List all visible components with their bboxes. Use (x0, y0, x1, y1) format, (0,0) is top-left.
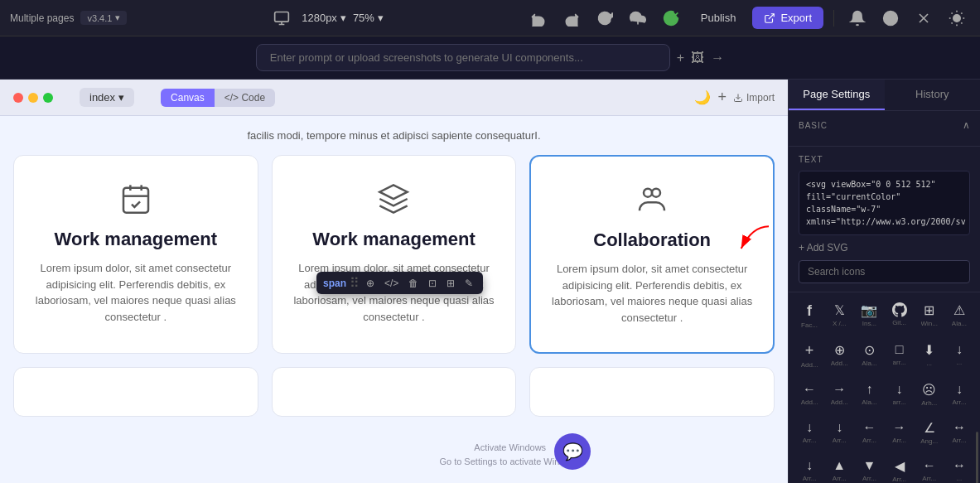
page-selector[interactable]: index ▾ (80, 88, 134, 107)
icon-x[interactable]: 𝕏 X /... (825, 299, 853, 332)
icon-arr-down[interactable]: ↓ ... (945, 339, 973, 372)
icon-arr-down2[interactable]: ↓ arr... (886, 379, 914, 410)
collapse-basic-icon[interactable]: ∧ (963, 119, 970, 131)
play-icon[interactable] (877, 5, 904, 31)
icon-arr-12[interactable]: ◀ Arr... (886, 455, 914, 483)
duplicate-icon[interactable]: ⊡ (425, 276, 440, 291)
check-circle-icon (658, 5, 684, 31)
icon-sad[interactable]: ☹ Arh... (915, 379, 944, 410)
icon-arr-7[interactable]: → Arr... (886, 417, 914, 448)
icon-alert[interactable]: ⚠ Ala... (945, 299, 973, 332)
card-icon-1 (34, 182, 238, 215)
sun-icon[interactable] (944, 5, 970, 31)
delete-icon[interactable]: 🗑 (405, 276, 422, 291)
element-tag: span (323, 278, 346, 289)
svg-code-box[interactable]: <svg viewBox="0 0 512 512" fill="current… (799, 171, 970, 235)
icon-download[interactable]: ⬇ ... (915, 339, 944, 372)
import-button[interactable]: Import (733, 92, 775, 104)
icon-arr-8[interactable]: ↔ Arr... (945, 417, 973, 448)
icons-row-4: ↓ Arr... ↓ Arr... ← Arr... → Arr... (795, 413, 973, 452)
add-page-icon[interactable]: + (717, 89, 727, 106)
icon-arr-1[interactable]: □ arr... (886, 339, 914, 372)
icon-arr-right[interactable]: → Add... (825, 379, 853, 410)
move-icon[interactable]: ⊕ (363, 276, 378, 291)
export-button[interactable]: Export (752, 7, 823, 29)
separator (833, 10, 834, 27)
main-area: index ▾ Canvas </> Code 🌙 + Import (0, 80, 980, 483)
section-basic-title: BASIC (799, 121, 828, 130)
icon-github[interactable]: Git... (886, 299, 914, 332)
panel-tabs: Page Settings History (789, 80, 980, 111)
icon-arr-4[interactable]: ↓ Arr... (795, 417, 823, 448)
redo-icon[interactable] (558, 5, 585, 31)
prompt-bar: + 🖼 → (0, 36, 980, 80)
card-text-1: Lorem ipsum dolor, sit amet consectetur … (34, 260, 238, 325)
icon-arr-10[interactable]: ▲ Arr... (825, 455, 853, 483)
icon-arr-6[interactable]: ← Arr... (855, 417, 883, 448)
card-text-3: Lorem ipsum dolor, sit amet consectetur … (551, 261, 753, 326)
refresh-icon[interactable] (591, 5, 618, 31)
send-icon[interactable]: → (711, 51, 724, 65)
version-badge[interactable]: v3.4.1 ▾ (80, 11, 127, 25)
icon-windows[interactable]: ⊞ Win... (915, 299, 944, 332)
toolbar-actions: Publish Export (525, 5, 970, 31)
tab-page-settings[interactable]: Page Settings (789, 80, 885, 110)
code-icon[interactable]: </> (381, 276, 402, 291)
element-toolbar: span ⠿ ⊕ </> 🗑 ⊡ ⊞ ✎ (316, 272, 483, 294)
device-desktop-icon[interactable] (268, 5, 295, 31)
icons-row-5: ↓ Arr... ▲ Arr... ▼ Arr... ◀ Arr... (795, 452, 973, 483)
icon-arr-14[interactable]: ↔ ... (945, 455, 973, 483)
icon-add-circle[interactable]: ⊕ Add... (825, 339, 853, 372)
icon-angle[interactable]: ∠ Ang... (915, 417, 944, 448)
canvas-area: index ▾ Canvas </> Code 🌙 + Import (0, 80, 788, 483)
tab-history[interactable]: History (885, 80, 981, 110)
dot-green (43, 93, 53, 103)
icon-facebook[interactable]: f Fac... (795, 299, 823, 332)
card-title-1: Work management (34, 229, 238, 250)
icon-arr-left[interactable]: ← Add... (795, 379, 823, 410)
icons-row-3: ← Add... → Add... ↑ Ala... ↓ arr... (795, 375, 973, 413)
dark-mode-icon[interactable]: 🌙 (694, 89, 711, 105)
search-icons-input[interactable] (799, 260, 970, 283)
right-panel: Page Settings History BASIC ∧ TEXT <svg … (788, 80, 980, 483)
card-stub-1 (13, 367, 258, 417)
card-title-3: Collaboration (551, 229, 753, 251)
prompt-input[interactable] (256, 44, 670, 71)
icon-arr-11[interactable]: ▼ Arr... (855, 455, 883, 483)
card-stub-2 (272, 367, 517, 417)
icon-arr-13[interactable]: ← Arr... (915, 455, 944, 483)
upload-icon[interactable] (625, 5, 651, 31)
icon-arr-up[interactable]: ↑ Ala... (855, 379, 883, 410)
undo-icon[interactable] (525, 5, 552, 31)
image-upload-icon[interactable]: 🖼 (691, 51, 704, 65)
icons-row-1: f Fac... 𝕏 X /... 📷 Ins... Git... (795, 296, 973, 336)
resolution-selector[interactable]: 1280px ▾ (302, 12, 346, 24)
panel-scroll[interactable]: BASIC ∧ TEXT <svg viewBox="0 0 512 512" … (789, 111, 980, 483)
pages-label: Multiple pages (10, 12, 74, 24)
scrollbar[interactable] (976, 432, 978, 483)
chat-button[interactable]: 💬 (554, 433, 591, 470)
icon-add-1[interactable]: + Add... (795, 339, 823, 372)
svg-line-13 (952, 22, 953, 23)
add-icon[interactable]: + (677, 51, 684, 65)
close-icon[interactable] (910, 5, 937, 31)
edit-icon[interactable]: ✎ (461, 276, 476, 291)
publish-button[interactable]: Publish (691, 8, 746, 27)
icon-arr-3[interactable]: ↓ Arr... (945, 379, 973, 410)
tab-canvas[interactable]: Canvas (161, 89, 215, 107)
add-svg-button[interactable]: + Add SVG (799, 242, 970, 254)
tab-code[interactable]: </> Code (215, 89, 275, 107)
group-icon[interactable]: ⊞ (443, 276, 458, 291)
icon-arr-9[interactable]: ↓ Arr... (795, 455, 823, 483)
zoom-selector[interactable]: 75% ▾ (353, 12, 384, 24)
icon-alarm[interactable]: ⊙ Ala... (855, 339, 883, 372)
card-icon-3 (551, 183, 753, 216)
notifications-icon[interactable] (844, 5, 871, 31)
icons-panel: f Fac... 𝕏 X /... 📷 Ins... Git... (789, 292, 980, 483)
toolbar-center: 1280px ▾ 75% ▾ (133, 5, 518, 31)
svg-rect-0 (275, 12, 289, 22)
icon-instagram[interactable]: 📷 Ins... (855, 299, 883, 332)
breadcrumb: facilis modi, tempore minus et adipisci … (13, 129, 775, 142)
svg-point-6 (953, 14, 960, 21)
icon-arr-5[interactable]: ↓ Arr... (825, 417, 853, 448)
